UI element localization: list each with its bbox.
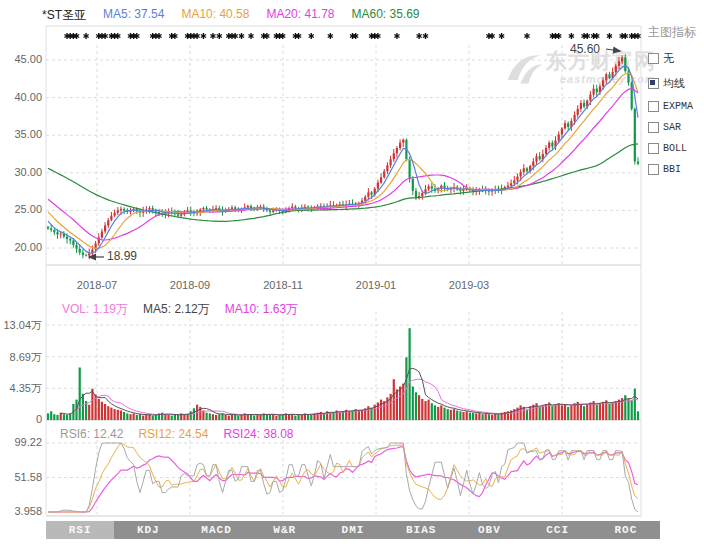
checkbox-icon[interactable] xyxy=(648,101,659,112)
indicator-option-label: 均线 xyxy=(663,76,685,91)
indicator-option-SAR[interactable]: SAR xyxy=(648,122,704,133)
checkbox-icon[interactable] xyxy=(648,164,659,175)
stock-name: *ST圣亚 xyxy=(42,7,86,24)
indicator-option-EXPMA[interactable]: EXPMA xyxy=(648,101,704,112)
indicator-option-BOLL[interactable]: BOLL xyxy=(648,143,704,154)
rsi6-value: RSI6: 12.42 xyxy=(60,427,123,441)
price-ma10-line xyxy=(48,73,638,248)
gridlines xyxy=(46,45,641,514)
indicator-option-label: SAR xyxy=(663,122,681,133)
tab-wr[interactable]: W&R xyxy=(251,521,319,539)
rsi24-value: RSI24: 38.08 xyxy=(223,427,293,441)
checkbox-icon[interactable] xyxy=(648,122,659,133)
indicator-option-均线[interactable]: 均线 xyxy=(648,76,704,91)
candles xyxy=(47,54,639,259)
indicator-option-BBI[interactable]: BBI xyxy=(648,164,704,175)
main-indicator-sidebar: 主图指标 无均线EXPMASARBOLLBBI xyxy=(648,24,704,185)
rsi-legend: RSI6: 12.42 RSI12: 24.54 RSI24: 38.08 xyxy=(60,427,294,441)
stock-chart-app: 东方财富网 eastmoney.com 45.0040.0035.0030.00… xyxy=(0,0,704,544)
tab-cci[interactable]: CCI xyxy=(524,521,592,539)
vol-ma10-value: MA10: 1.63万 xyxy=(225,301,298,318)
vol-ma5-value: MA5: 2.12万 xyxy=(143,301,210,318)
ma20-legend-value: MA20: 41.78 xyxy=(266,7,334,24)
ma10-legend-value: MA10: 40.58 xyxy=(181,7,249,24)
stock-chart-svg xyxy=(0,0,704,544)
tab-rsi[interactable]: RSI xyxy=(46,521,114,539)
checkbox-checked-icon[interactable] xyxy=(648,78,659,89)
indicator-option-无[interactable]: 无 xyxy=(648,51,704,66)
vol-value: VOL: 1.19万 xyxy=(62,301,128,318)
tab-macd[interactable]: MACD xyxy=(182,521,250,539)
high-price-annotation: 45.60 xyxy=(570,42,600,56)
volume-legend: VOL: 1.19万 MA5: 2.12万 MA10: 1.63万 xyxy=(62,301,298,318)
price-ma20-line xyxy=(48,89,638,241)
indicator-option-label: BOLL xyxy=(663,143,687,154)
tab-roc[interactable]: ROC xyxy=(592,521,660,539)
volume-bars xyxy=(47,328,639,420)
indicator-option-label: EXPMA xyxy=(663,101,693,112)
indicator-option-label: BBI xyxy=(663,164,681,175)
indicator-option-label: 无 xyxy=(663,51,674,66)
tab-kdj[interactable]: KDJ xyxy=(114,521,182,539)
tab-dmi[interactable]: DMI xyxy=(319,521,387,539)
event-markers xyxy=(64,33,640,39)
checkbox-icon[interactable] xyxy=(648,143,659,154)
tab-obv[interactable]: OBV xyxy=(455,521,523,539)
checkbox-icon[interactable] xyxy=(648,53,659,64)
rsi12-value: RSI12: 24.54 xyxy=(138,427,208,441)
ma60-legend-value: MA60: 35.69 xyxy=(351,7,419,24)
tab-bias[interactable]: BIAS xyxy=(387,521,455,539)
ma5-legend-value: MA5: 37.54 xyxy=(103,7,164,24)
low-price-annotation: 18.99 xyxy=(107,249,137,263)
main-chart-legend: *ST圣亚 MA5: 37.54MA10: 40.58MA20: 41.78MA… xyxy=(42,7,420,24)
indicator-tab-bar: RSIKDJMACDW&RDMIBIASOBVCCIROC xyxy=(46,521,660,539)
sidebar-title: 主图指标 xyxy=(648,24,704,41)
volume-ma10-line xyxy=(77,379,639,415)
